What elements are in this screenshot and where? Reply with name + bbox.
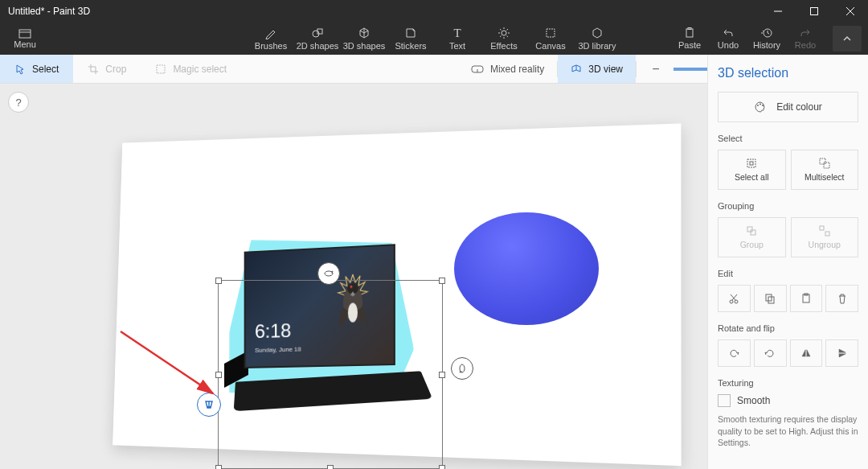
tool-text[interactable]: TText (434, 25, 481, 52)
svg-rect-22 (824, 163, 829, 168)
multiselect-button[interactable]: Multiselect (791, 150, 859, 190)
select-all-button[interactable]: Select all (718, 150, 786, 190)
edit-colour-button[interactable]: Edit colour (718, 92, 858, 122)
svg-rect-21 (820, 158, 825, 164)
svg-rect-6 (686, 29, 693, 37)
svg-point-4 (502, 31, 506, 35)
ribbon: Menu Brushes 2D shapes 3D shapes Sticker… (0, 23, 868, 55)
resize-handle[interactable] (215, 278, 222, 284)
window-title: Untitled* - Paint 3D (8, 6, 760, 17)
svg-rect-20 (750, 162, 753, 165)
flip-horizontal-button[interactable] (790, 339, 823, 367)
texturing-note: Smooth texturing requires the display qu… (718, 413, 858, 449)
select-mode-button[interactable]: Select (0, 55, 73, 83)
flip-h-icon (800, 348, 812, 359)
tool-2d-shapes[interactable]: 2D shapes (294, 25, 341, 52)
svg-rect-25 (820, 226, 824, 230)
paste-button[interactable]: Paste (670, 27, 709, 50)
svg-rect-0 (810, 8, 817, 15)
ungroup-icon (819, 225, 830, 237)
tool-brushes[interactable]: Brushes (248, 25, 294, 52)
3d-view-button[interactable]: 3D view (558, 55, 636, 83)
expand-panel-button[interactable] (833, 26, 862, 51)
svg-point-28 (735, 300, 738, 303)
side-panel: 3D selection Edit colour Select Select a… (707, 55, 868, 469)
tool-canvas[interactable]: Canvas (527, 25, 574, 52)
rotate-cw-button[interactable] (754, 339, 787, 367)
magic-select-icon (155, 64, 166, 75)
svg-rect-26 (825, 232, 829, 236)
delete-icon (837, 293, 848, 304)
history-button[interactable]: History (747, 27, 786, 50)
tool-effects[interactable]: Effects (481, 25, 527, 52)
ribbon-tools: Brushes 2D shapes 3D shapes Stickers TTe… (248, 25, 620, 52)
rotate-ccw-icon (728, 348, 739, 359)
zoom-out-button[interactable]: − (646, 60, 665, 79)
flip-v-icon (837, 348, 848, 359)
cursor-icon (14, 64, 26, 75)
tool-stickers[interactable]: Stickers (387, 25, 434, 52)
select-all-icon (746, 158, 757, 169)
magic-select-button: Magic select (141, 55, 241, 83)
resize-handle[interactable] (215, 372, 222, 378)
palette-icon (754, 101, 767, 113)
resize-handle[interactable] (439, 372, 445, 378)
ribbon-right: Paste Undo History Redo (670, 26, 865, 51)
group-button: Group (718, 217, 786, 257)
paste-icon (800, 293, 812, 304)
z-position-handle[interactable] (197, 393, 221, 417)
3d-workspace[interactable]: ? 6:18 Sunday, June 18 (0, 84, 707, 469)
delete-button[interactable] (825, 285, 858, 312)
panel-title: 3D selection (718, 66, 858, 80)
rotate-flip-section-label: Rotate and flip (718, 323, 858, 333)
redo-button: Redo (786, 27, 825, 50)
resize-handle[interactable] (327, 465, 334, 469)
rotate-ccw-button[interactable] (718, 339, 751, 367)
tool-3d-library[interactable]: 3D library (574, 25, 620, 52)
minimize-button[interactable] (760, 0, 796, 23)
svg-rect-1 (19, 30, 31, 38)
copy-button[interactable] (754, 285, 787, 312)
help-button[interactable]: ? (8, 92, 29, 113)
svg-point-16 (757, 105, 759, 106)
selection-bounding-box[interactable] (218, 280, 443, 469)
paste-button-panel[interactable] (790, 285, 823, 312)
resize-handle[interactable] (439, 278, 445, 284)
sphere-object[interactable] (454, 212, 599, 325)
svg-point-17 (760, 104, 761, 105)
flip-vertical-button[interactable] (825, 339, 858, 367)
svg-rect-5 (547, 29, 555, 37)
maximize-button[interactable] (796, 0, 832, 23)
rotate-y-handle[interactable] (451, 357, 473, 380)
menu-button[interactable]: Menu (5, 23, 45, 55)
cut-button[interactable] (718, 285, 751, 312)
svg-rect-23 (747, 227, 752, 232)
rotate-x-handle[interactable] (317, 262, 340, 285)
undo-button[interactable]: Undo (709, 27, 747, 50)
group-icon (746, 225, 757, 237)
rotate-cw-icon (764, 348, 776, 359)
svg-point-18 (762, 105, 764, 106)
ungroup-button: Ungroup (791, 217, 859, 257)
tool-3d-shapes[interactable]: 3D shapes (341, 25, 387, 52)
select-section-label: Select (718, 134, 858, 143)
3d-view-icon (571, 64, 582, 75)
smooth-checkbox[interactable]: Smooth (718, 394, 858, 407)
multiselect-icon (819, 158, 830, 169)
texturing-section-label: Texturing (718, 378, 858, 388)
cut-icon (728, 293, 739, 304)
grouping-section-label: Grouping (718, 201, 858, 211)
resize-handle[interactable] (439, 465, 445, 469)
checkbox-icon (718, 394, 731, 407)
resize-handle[interactable] (215, 465, 222, 469)
crop-icon (88, 64, 99, 75)
svg-rect-9 (157, 65, 165, 73)
canvas-3d: 6:18 Sunday, June 18 (92, 132, 671, 454)
mixed-reality-button[interactable]: Mixed reality (458, 55, 557, 83)
svg-rect-19 (747, 159, 755, 167)
close-button[interactable] (832, 0, 868, 23)
mixed-reality-icon (471, 64, 484, 74)
crop-button: Crop (73, 55, 141, 83)
edit-section-label: Edit (718, 269, 858, 278)
menu-label: Menu (14, 39, 36, 49)
